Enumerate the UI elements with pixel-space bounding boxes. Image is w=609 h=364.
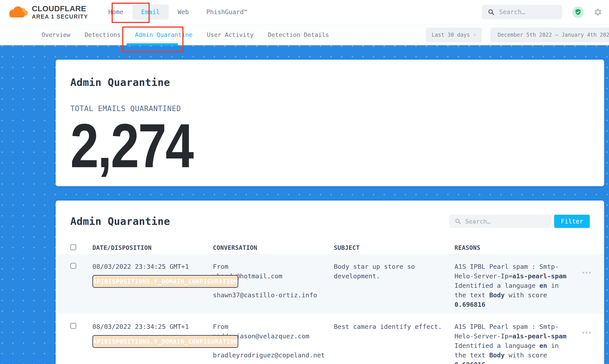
metric-value: 2,274 — [70, 115, 496, 177]
select-all-checkbox[interactable] — [70, 244, 76, 250]
active-tab-underline — [127, 43, 178, 46]
brand-subtitle: AREA 1 SECURITY — [32, 14, 88, 19]
quarantine-table-body: 08/03/2022 23:34:25 GMT+1Fromwhardy@hotm… — [56, 254, 604, 364]
column-header-conversation: CONVERSATION — [213, 244, 334, 251]
conversation-from-label: From — [213, 262, 328, 272]
table-search-input[interactable]: Search… — [449, 215, 552, 228]
column-header-subject: SUBJECT — [334, 244, 455, 251]
conversation-to-address: shawn37@castillo-ortiz.info — [213, 290, 328, 300]
tab-detection-details[interactable]: Detection Details — [268, 31, 329, 38]
conversation-to-address: bradleyrodriguez@copeland.net — [213, 351, 328, 360]
table-row: 08/03/2022 23:34:25 GMT+1Fromwhardy@hotm… — [56, 254, 604, 314]
main-content: Admin Quarantine TOTAL EMAILS QUARANTINE… — [0, 45, 609, 364]
row-actions-menu-icon[interactable] — [582, 332, 591, 334]
column-header-date: DATE/DISPOSITION — [92, 244, 213, 251]
chevron-down-icon: ▾ — [474, 32, 476, 37]
row-checkbox[interactable] — [70, 263, 76, 269]
row-reasons: A1S IPBL Pearl spam : Smtp-Helo-Server-I… — [455, 254, 568, 310]
row-date: 08/03/2022 23:34:25 GMT+1 — [92, 314, 213, 332]
trademark-mark: ’ — [86, 6, 87, 9]
brand-name: CLOUDFLARE’ — [32, 5, 88, 12]
table-header-row: DATE/DISPOSITION CONVERSATION SUBJECT RE… — [56, 241, 604, 254]
search-icon — [455, 218, 461, 225]
row-subject: Body star up store so development. — [334, 254, 448, 281]
search-icon — [488, 9, 495, 16]
email-subnav: Overview Detections Admin Quarantine Use… — [0, 24, 609, 45]
tab-admin-quarantine[interactable]: Admin Quarantine — [135, 31, 192, 38]
top-navbar: CLOUDFLARE’ AREA 1 SECURITY Home Email W… — [0, 0, 609, 24]
cloudflare-logo-icon — [7, 4, 29, 21]
tab-user-activity[interactable]: User Activity — [207, 31, 254, 38]
topnav-right: Search… — [482, 5, 602, 19]
disposition-badge: APIDISPOSITIONS.Y_DOMAIN_CONFIGURATION — [92, 335, 238, 348]
row-subject: Best camera identify effect. — [334, 314, 448, 332]
global-search-input[interactable]: Search… — [482, 5, 562, 19]
date-range-preset-dropdown[interactable]: Last 30 days ▾ — [426, 28, 482, 42]
date-range-display[interactable]: December 5th 2022 — January 4th 2023 — [490, 28, 609, 42]
tab-overview[interactable]: Overview — [41, 31, 70, 38]
nav-item-phishguard[interactable]: PhishGuard™ — [204, 4, 249, 20]
row-checkbox[interactable] — [70, 323, 76, 329]
summary-card-title: Admin Quarantine — [70, 60, 590, 88]
nav-item-web[interactable]: Web — [176, 4, 191, 20]
global-search-placeholder: Search… — [499, 8, 525, 16]
nav-item-home[interactable]: Home — [107, 4, 125, 20]
tab-detections[interactable]: Detections — [85, 31, 121, 38]
column-header-reasons: REASONS — [455, 244, 579, 251]
primary-nav: Home Email Web PhishGuard™ — [107, 4, 249, 20]
brand: CLOUDFLARE’ AREA 1 SECURITY — [7, 4, 88, 21]
quarantine-summary-card: Admin Quarantine TOTAL EMAILS QUARANTINE… — [56, 60, 604, 186]
conversation-from-label: From — [213, 322, 328, 332]
table-row: 08/03/2022 23:34:25 GMT+1Frommaddenjason… — [56, 314, 604, 364]
verified-shield-icon[interactable] — [572, 6, 584, 18]
table-card-title: Admin Quarantine — [70, 215, 170, 227]
row-actions-menu-icon[interactable] — [582, 272, 591, 274]
table-search-placeholder: Search… — [465, 218, 490, 225]
row-date: 08/03/2022 23:34:25 GMT+1 — [92, 254, 213, 272]
filter-button[interactable]: Filter — [554, 215, 590, 228]
nav-item-email[interactable]: Email — [132, 4, 169, 20]
settings-gear-icon[interactable] — [594, 8, 602, 17]
disposition-badge: APIDISPOSITIONS.Y_DOMAIN_CONFIGURATION — [92, 275, 238, 288]
quarantine-table-card: Admin Quarantine Search… Filter DATE/DIS… — [56, 201, 604, 364]
row-reasons: A1S IPBL Pearl spam : Smtp-Helo-Server-I… — [455, 314, 568, 364]
